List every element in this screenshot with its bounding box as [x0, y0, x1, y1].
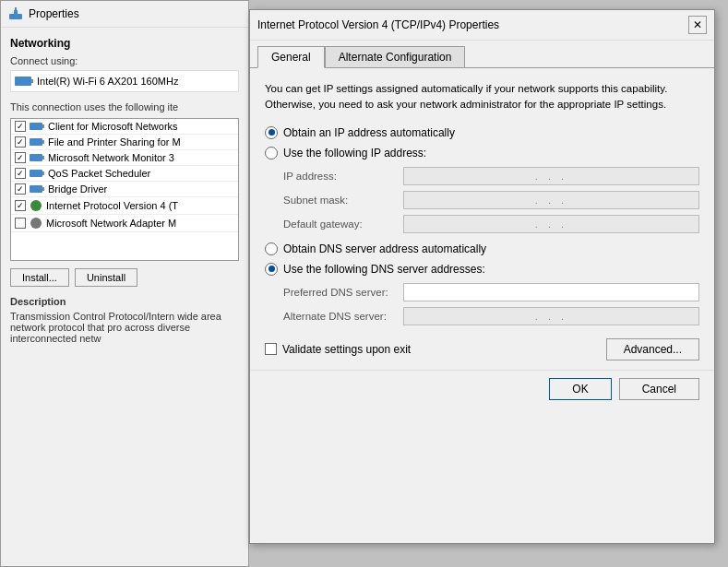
item-checkbox[interactable]	[15, 183, 26, 195]
svg-rect-14	[42, 187, 44, 191]
list-item[interactable]: File and Printer Sharing for M	[11, 135, 238, 150]
ok-button[interactable]: OK	[549, 378, 611, 400]
bg-window-title: Properties	[29, 7, 79, 20]
preferred-dns-row: Preferred DNS server:	[283, 283, 699, 301]
ip-address-row: IP address:	[283, 167, 699, 185]
tab-bar: General Alternate Configuration	[250, 41, 714, 68]
svg-rect-3	[15, 77, 31, 86]
svg-rect-9	[30, 154, 42, 161]
default-gateway-label: Default gateway:	[283, 219, 403, 230]
use-following-dns-radio[interactable]	[265, 263, 278, 276]
component-icon	[30, 152, 44, 163]
cancel-button[interactable]: Cancel	[619, 378, 699, 400]
item-checkbox[interactable]	[15, 136, 26, 148]
item-checkbox[interactable]	[15, 121, 26, 132]
svg-rect-6	[42, 124, 44, 128]
tab-general[interactable]: General	[257, 46, 325, 68]
list-item[interactable]: Microsoft Network Adapter M	[11, 215, 238, 232]
svg-point-16	[30, 218, 42, 229]
tab-content-general: You can get IP settings assigned automat…	[250, 68, 714, 370]
list-item[interactable]: Client for Microsoft Networks	[11, 119, 238, 135]
preferred-dns-label: Preferred DNS server:	[283, 287, 403, 298]
component-icon	[30, 183, 44, 195]
dns-fields-group: Preferred DNS server: Alternate DNS serv…	[283, 283, 699, 325]
adapter-name: Intel(R) Wi-Fi 6 AX201 160MHz	[37, 76, 178, 87]
install-uninstall-buttons: Install... Uninstall	[10, 268, 239, 287]
svg-rect-8	[42, 140, 44, 144]
tab-alternate-configuration[interactable]: Alternate Configuration	[325, 46, 466, 67]
ip-address-input[interactable]	[403, 167, 699, 185]
protocol-icon	[30, 199, 42, 212]
subnet-mask-row: Subnet mask:	[283, 191, 699, 209]
bg-titlebar: Properties	[1, 1, 248, 28]
network-components-list: Client for Microsoft Networks File and P…	[10, 118, 239, 261]
svg-rect-11	[30, 170, 42, 177]
list-item[interactable]: Bridge Driver	[11, 182, 238, 197]
svg-rect-0	[9, 14, 22, 19]
obtain-dns-auto-label: Obtain DNS server address automatically	[283, 242, 486, 255]
item-checkbox[interactable]	[15, 168, 26, 179]
adapter-icon	[15, 75, 33, 88]
validate-label: Validate settings upon exit	[282, 343, 411, 356]
use-following-ip-radio[interactable]	[265, 147, 278, 159]
item-label: Microsoft Network Adapter M	[46, 218, 176, 229]
obtain-dns-auto-radio[interactable]	[265, 242, 278, 255]
dialog-title: Internet Protocol Version 4 (TCP/IPv4) P…	[257, 18, 499, 31]
use-following-dns-option[interactable]: Use the following DNS server addresses:	[265, 263, 699, 276]
alternate-dns-row: Alternate DNS server:	[283, 307, 699, 325]
item-label: Client for Microsoft Networks	[48, 121, 178, 132]
close-button[interactable]: ✕	[688, 16, 707, 34]
bg-content-area: Networking Connect using: Intel(R) Wi-Fi…	[1, 28, 248, 353]
component-icon	[30, 136, 44, 148]
item-label: File and Printer Sharing for M	[48, 136, 181, 148]
network-icon	[8, 6, 23, 21]
adapter-display: Intel(R) Wi-Fi 6 AX201 160MHz	[10, 70, 239, 92]
svg-rect-7	[30, 138, 42, 146]
component-icon	[30, 121, 44, 132]
tab-general-label: General	[271, 51, 311, 64]
svg-rect-13	[30, 185, 42, 193]
svg-rect-4	[31, 79, 33, 83]
svg-rect-10	[42, 156, 44, 159]
obtain-ip-auto-radio[interactable]	[265, 126, 278, 139]
ip-fields-group: IP address: Subnet mask: Default gateway…	[283, 167, 699, 233]
connect-using-label: Connect using:	[10, 55, 239, 66]
ipv4-properties-dialog: Internet Protocol Version 4 (TCP/IPv4) P…	[249, 9, 715, 544]
default-gateway-input[interactable]	[403, 215, 699, 233]
use-following-dns-label: Use the following DNS server addresses:	[283, 263, 485, 276]
description-text: Transmission Control Protocol/Intern wid…	[10, 311, 239, 344]
use-following-ip-label: Use the following IP address:	[283, 147, 426, 159]
info-text: You can get IP settings assigned automat…	[265, 81, 699, 113]
uninstall-button[interactable]: Uninstall	[75, 268, 137, 287]
ip-address-label: IP address:	[283, 171, 403, 182]
install-button[interactable]: Install...	[10, 268, 69, 287]
subnet-mask-input[interactable]	[403, 191, 699, 209]
protocol-icon	[30, 217, 42, 230]
background-properties-window: Properties Networking Connect using: Int…	[0, 0, 249, 567]
preferred-dns-input[interactable]	[403, 283, 699, 301]
item-checkbox[interactable]	[15, 200, 26, 211]
dns-section: Obtain DNS server address automatically …	[265, 242, 699, 325]
description-section: Description Transmission Control Protoco…	[10, 296, 239, 344]
item-checkbox[interactable]	[15, 152, 26, 163]
alternate-dns-input[interactable]	[403, 307, 699, 325]
obtain-ip-auto-option[interactable]: Obtain an IP address automatically	[265, 126, 699, 139]
description-title: Description	[10, 296, 239, 307]
list-item[interactable]: QoS Packet Scheduler	[11, 166, 238, 182]
validate-checkbox[interactable]	[265, 343, 277, 355]
subnet-mask-label: Subnet mask:	[283, 195, 403, 206]
list-item[interactable]: Microsoft Network Monitor 3	[11, 150, 238, 166]
item-label: Microsoft Network Monitor 3	[48, 152, 174, 163]
component-icon	[30, 168, 44, 179]
use-following-ip-option[interactable]: Use the following IP address:	[265, 147, 699, 159]
list-item[interactable]: Internet Protocol Version 4 (T	[11, 197, 238, 215]
obtain-dns-auto-option[interactable]: Obtain DNS server address automatically	[265, 242, 699, 255]
default-gateway-row: Default gateway:	[283, 215, 699, 233]
svg-rect-12	[42, 171, 44, 175]
obtain-ip-auto-label: Obtain an IP address automatically	[283, 126, 455, 139]
dialog-titlebar: Internet Protocol Version 4 (TCP/IPv4) P…	[250, 10, 714, 41]
networking-label: Networking	[10, 37, 239, 50]
dialog-body: General Alternate Configuration You can …	[250, 41, 714, 408]
advanced-button[interactable]: Advanced...	[606, 338, 699, 360]
item-checkbox[interactable]	[15, 218, 26, 229]
